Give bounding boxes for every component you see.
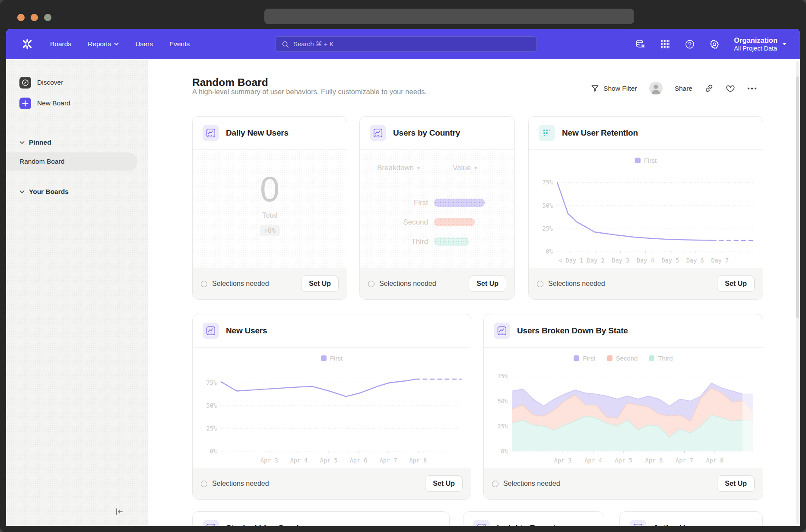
chart-legend: First: [529, 157, 763, 164]
svg-text:< Day 1: < Day 1: [558, 257, 583, 264]
set-up-button[interactable]: Set Up: [301, 276, 339, 292]
nav-item-events[interactable]: Events: [169, 40, 190, 48]
copy-link-button[interactable]: [704, 84, 714, 93]
card-title: Users by Country: [393, 128, 460, 138]
chevron-down-icon: [19, 190, 25, 193]
more-options-button[interactable]: [747, 87, 757, 90]
breakdown-dropdown[interactable]: Breakdown▾: [377, 164, 420, 172]
card-new-user-retention: New User Retention First 0%25%50%75%< Da…: [528, 116, 763, 300]
app: Boards Reports Users Events Search ⌘ + K: [6, 29, 800, 526]
window-close-button[interactable]: [17, 14, 25, 21]
sidebar-section-your-boards[interactable]: Your Boards: [19, 185, 148, 198]
sidebar-item-discover[interactable]: Discover: [19, 72, 148, 93]
svg-text:Apr 8: Apr 8: [409, 457, 427, 464]
card-title: Insights Report: [497, 523, 555, 526]
card-title: New Users: [226, 326, 267, 336]
favorite-button[interactable]: [726, 84, 735, 93]
card-title: Users Broken Down By State: [517, 326, 628, 336]
search-input[interactable]: Search ⌘ + K: [275, 36, 537, 52]
address-bar[interactable]: [264, 9, 634, 24]
retention-line-chart: 0%25%50%75%< Day 1Day 2Day 3Day 4Day 5Da…: [532, 170, 759, 265]
svg-text:75%: 75%: [498, 373, 508, 380]
legend-swatch: [649, 355, 654, 361]
line-chart-icon: [473, 520, 490, 526]
svg-text:25%: 25%: [543, 225, 553, 232]
svg-text:Day 2: Day 2: [587, 257, 605, 264]
value-dropdown[interactable]: Value▾: [453, 164, 477, 172]
mixpanel-logo[interactable]: [21, 38, 34, 51]
svg-text:Day 6: Day 6: [686, 257, 704, 264]
metric-big-value: 0: [260, 171, 280, 207]
card-daily-new-users: Daily New Users 0 Total ↑0% Selections n…: [192, 116, 347, 300]
placeholder-bar: [434, 199, 485, 207]
card-title: New User Retention: [562, 128, 638, 138]
svg-text:Day 7: Day 7: [711, 257, 729, 264]
status-circle-icon: [492, 481, 498, 487]
apps-grid-icon[interactable]: [660, 39, 670, 49]
help-icon[interactable]: [685, 39, 695, 49]
country-bars: FirstSecondThird: [360, 193, 514, 251]
data-management-icon[interactable]: [635, 39, 646, 49]
line-chart-icon: [203, 520, 219, 526]
bar-label: Third: [360, 238, 434, 246]
svg-text:Apr 8: Apr 8: [706, 457, 723, 464]
browser-window: Boards Reports Users Events Search ⌘ + K: [0, 0, 806, 532]
country-bar-row: First: [360, 193, 514, 212]
window-zoom-button[interactable]: [44, 14, 51, 21]
sidebar-section-pinned[interactable]: Pinned: [19, 136, 148, 149]
card-users-broken-down-by-state: Users Broken Down By State First Second …: [483, 314, 763, 500]
set-up-button[interactable]: Set Up: [717, 276, 755, 292]
selections-needed-status: Selections needed: [368, 280, 436, 288]
settings-gear-icon[interactable]: [709, 39, 720, 49]
state-area-chart: 0%25%50%75%Apr 3Apr 4Apr 5Apr 6Apr 7Apr …: [487, 367, 759, 465]
metric-delta-badge: ↑0%: [260, 225, 280, 236]
line-chart-icon: [494, 323, 510, 339]
org-switcher[interactable]: Organization All Project Data: [734, 36, 787, 53]
avatar[interactable]: [649, 82, 663, 95]
nav-item-boards[interactable]: Boards: [50, 40, 71, 48]
sidebar-collapse-button[interactable]: [111, 504, 126, 519]
svg-text:50%: 50%: [206, 402, 217, 409]
svg-text:75%: 75%: [543, 179, 553, 186]
chevron-down-icon: ▾: [417, 165, 420, 171]
svg-text:0%: 0%: [546, 248, 553, 255]
legend-swatch: [574, 355, 579, 361]
set-up-button[interactable]: Set Up: [717, 475, 755, 492]
svg-text:75%: 75%: [206, 379, 217, 386]
svg-text:50%: 50%: [543, 202, 553, 209]
card-title: Active Users: [653, 523, 702, 526]
share-button[interactable]: Share: [675, 85, 692, 92]
svg-text:Apr 3: Apr 3: [260, 457, 278, 464]
svg-text:50%: 50%: [498, 398, 508, 405]
user-icon: [649, 82, 663, 95]
page-subtitle: A high-level summary of user behaviors. …: [192, 88, 427, 96]
scrollbar-thumb[interactable]: [796, 76, 799, 318]
bar-label: Second: [360, 218, 434, 227]
board-actions: Show Filter Share: [591, 82, 757, 95]
nav-item-reports[interactable]: Reports: [88, 40, 119, 48]
status-circle-icon: [201, 481, 207, 487]
card-active-users: Active Users: [619, 511, 763, 526]
org-name: Organization: [734, 36, 777, 45]
legend-swatch: [635, 158, 641, 163]
set-up-button[interactable]: Set Up: [469, 276, 506, 292]
country-bar-row: Third: [360, 232, 514, 251]
heart-icon: [726, 84, 735, 93]
svg-text:Apr 5: Apr 5: [320, 457, 338, 464]
window-minimize-button[interactable]: [31, 14, 38, 21]
sidebar-item-new-board[interactable]: New Board: [19, 93, 148, 114]
set-up-button[interactable]: Set Up: [425, 475, 463, 492]
sidebar-divider: [6, 499, 148, 499]
nav-item-users[interactable]: Users: [135, 40, 152, 48]
svg-text:Apr 6: Apr 6: [350, 457, 368, 464]
show-filter-button[interactable]: Show Filter: [591, 84, 637, 92]
compass-icon: [19, 77, 31, 89]
svg-text:Apr 4: Apr 4: [290, 457, 308, 464]
org-scope: All Project Data: [734, 44, 777, 52]
status-circle-icon: [201, 281, 207, 287]
card-stacked-line-graph: Stacked Line Graph: [192, 511, 450, 526]
sidebar-item-random-board[interactable]: Random Board: [6, 152, 137, 171]
svg-text:Apr 3: Apr 3: [554, 457, 572, 464]
status-circle-icon: [368, 281, 374, 287]
card-users-by-country: Users by Country Breakdown▾ Value▾ First…: [359, 116, 515, 300]
